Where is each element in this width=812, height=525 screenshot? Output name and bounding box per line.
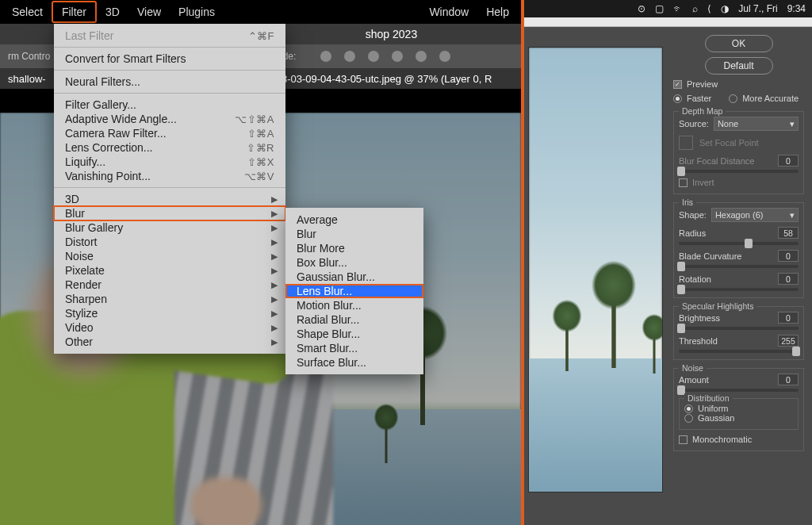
menu-blur-gallery-sub[interactable]: Blur Gallery▶ (54, 220, 285, 235)
siri-icon[interactable]: ◑ (721, 3, 729, 14)
more-accurate-label: More Accurate (742, 94, 799, 103)
brightness-label: Brightness (679, 313, 720, 323)
more-accurate-radio[interactable] (729, 94, 737, 103)
tool-icon[interactable] (368, 51, 379, 62)
menu-blur-sub[interactable]: Blur▶ (54, 206, 285, 220)
menu-blur-more[interactable]: Blur More (285, 241, 423, 255)
radius-value[interactable]: 58 (778, 227, 799, 239)
options-leading: rm Contro (8, 51, 50, 62)
gaussian-label: Gaussian (698, 413, 734, 423)
menu-other-sub[interactable]: Other▶ (54, 335, 285, 349)
menu-plugins[interactable]: Plugins (170, 2, 224, 21)
tool-icon[interactable] (320, 51, 331, 62)
control-center-icon[interactable]: ⟨ (707, 3, 711, 14)
preview-checkbox[interactable]: ✓ (673, 80, 682, 89)
set-focal-icon (679, 136, 693, 150)
menu-select[interactable]: Select (3, 2, 52, 21)
source-select[interactable]: None▾ (714, 117, 799, 131)
preview-label: Preview (687, 79, 718, 89)
gaussian-radio[interactable] (684, 414, 693, 423)
menubar: Select Filter 3D View Plugins Window Hel… (0, 0, 521, 24)
rotation-slider[interactable] (679, 288, 799, 291)
amount-value[interactable]: 0 (778, 374, 799, 385)
blur-focal-slider[interactable] (679, 170, 799, 173)
mono-checkbox[interactable] (679, 435, 688, 444)
tool-icon[interactable] (416, 51, 427, 62)
lens-blur-controls: OK Default ✓ Preview Faster More Accurat… (667, 27, 812, 525)
menu-neural-filters[interactable]: Neural Filters... (54, 75, 285, 89)
menu-blur-shape[interactable]: Shape Blur... (285, 327, 423, 341)
blade-value[interactable]: 0 (778, 250, 799, 262)
blur-focal-value[interactable]: 0 (778, 155, 799, 167)
menu-camera-raw[interactable]: Camera Raw Filter...⇧⌘A (54, 126, 285, 140)
brightness-slider[interactable] (679, 327, 799, 330)
menu-blur-blur[interactable]: Blur (285, 227, 423, 241)
menu-3d-sub[interactable]: 3D▶ (54, 192, 285, 206)
threshold-slider[interactable] (679, 350, 799, 353)
tool-icon[interactable] (344, 51, 355, 62)
photoshop-window: Select Filter 3D View Plugins Window Hel… (0, 0, 521, 525)
menu-blur-smart[interactable]: Smart Blur... (285, 341, 423, 355)
wifi-icon: ᯤ (673, 3, 683, 14)
blur-submenu: Average Blur Blur More Box Blur... Gauss… (285, 208, 423, 374)
menu-render-sub[interactable]: Render▶ (54, 278, 285, 292)
menu-lens-correction[interactable]: Lens Correction...⇧⌘R (54, 140, 285, 155)
status-date[interactable]: Jul 7., Fri (738, 3, 777, 14)
radius-slider[interactable] (679, 242, 799, 245)
menu-adaptive-wide-angle[interactable]: Adaptive Wide Angle...⌥⇧⌘A (54, 112, 285, 126)
faster-radio[interactable] (673, 94, 682, 103)
menu-blur-average[interactable]: Average (285, 213, 423, 227)
menu-video-sub[interactable]: Video▶ (54, 320, 285, 335)
menu-filter[interactable]: Filter (52, 1, 97, 23)
menu-pixelate-sub[interactable]: Pixelate▶ (54, 263, 285, 278)
dialog-titlebar (524, 17, 812, 27)
amount-label: Amount (679, 375, 709, 385)
blade-label: Blade Curvature (679, 251, 742, 261)
menu-3d[interactable]: 3D (97, 2, 128, 21)
brightness-value[interactable]: 0 (778, 312, 799, 324)
menu-vanishing-point[interactable]: Vanishing Point...⌥⌘V (54, 169, 285, 183)
distribution-group: Distribution Uniform Gaussian (679, 398, 799, 430)
threshold-value[interactable]: 255 (778, 335, 799, 347)
source-label: Source: (679, 119, 709, 128)
menu-blur-lens[interactable]: Lens Blur... (285, 284, 423, 298)
recording-icon: ⊙ (638, 3, 645, 14)
lens-blur-preview (524, 27, 667, 525)
menu-blur-radial[interactable]: Radial Blur... (285, 312, 423, 327)
menu-distort-sub[interactable]: Distort▶ (54, 235, 285, 249)
noise-group: Noise Amount 0 Distribution Uniform (673, 368, 804, 451)
default-button[interactable]: Default (705, 57, 773, 75)
menu-sharpen-sub[interactable]: Sharpen▶ (54, 292, 285, 306)
uniform-radio[interactable] (684, 404, 693, 413)
menu-help[interactable]: Help (477, 2, 518, 21)
menu-blur-box[interactable]: Box Blur... (285, 255, 423, 270)
menu-blur-gaussian[interactable]: Gaussian Blur... (285, 270, 423, 284)
ok-button[interactable]: OK (705, 35, 773, 52)
tool-icon[interactable] (439, 51, 450, 62)
menu-filter-gallery[interactable]: Filter Gallery... (54, 98, 285, 112)
menu-blur-surface[interactable]: Surface Blur... (285, 355, 423, 370)
status-time[interactable]: 9:34 (787, 3, 806, 14)
tool-icon[interactable] (392, 51, 403, 62)
menu-convert-smart[interactable]: Convert for Smart Filters (54, 52, 285, 66)
menu-stylize-sub[interactable]: Stylize▶ (54, 306, 285, 320)
menu-liquify[interactable]: Liquify...⇧⌘X (54, 155, 285, 169)
filter-dropdown: Last Filter⌃⌘F Convert for Smart Filters… (54, 24, 285, 354)
mac-menu-bar: ⊙ ▢ ᯤ ⌕ ⟨ ◑ Jul 7., Fri 9:34 (524, 0, 812, 17)
menu-noise-sub[interactable]: Noise▶ (54, 249, 285, 263)
rotation-value[interactable]: 0 (778, 273, 799, 285)
menu-window[interactable]: Window (420, 2, 477, 21)
battery-icon: ▢ (655, 3, 664, 14)
blade-slider[interactable] (679, 265, 799, 268)
rotation-label: Rotation (679, 274, 711, 284)
invert-checkbox (679, 178, 688, 187)
menu-blur-motion[interactable]: Motion Blur... (285, 298, 423, 312)
menu-last-filter: Last Filter⌃⌘F (54, 29, 285, 43)
menu-view[interactable]: View (128, 2, 170, 21)
shape-select[interactable]: Hexagon (6)▾ (711, 208, 799, 222)
uniform-label: Uniform (698, 404, 729, 413)
amount-slider[interactable] (679, 389, 799, 392)
threshold-label: Threshold (679, 336, 718, 346)
specular-group: Specular Highlights Brightness 0 Thresho… (673, 306, 804, 360)
search-icon[interactable]: ⌕ (692, 3, 698, 14)
